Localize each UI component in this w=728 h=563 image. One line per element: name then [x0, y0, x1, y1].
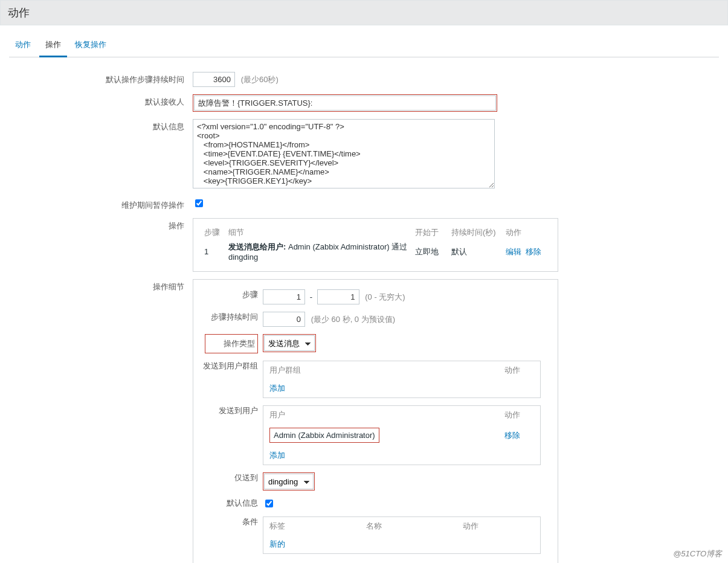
textarea-default-message[interactable]	[193, 119, 495, 188]
select-only-to[interactable]: dingding	[264, 474, 314, 489]
highlight-op-type-select: 发送消息	[263, 334, 316, 352]
th-group-action: 动作	[498, 361, 541, 380]
operations-list-box: 步骤 细节 开始于 持续时间(秒) 动作 1	[193, 218, 558, 272]
label-step-duration: 步骤持续时间	[211, 312, 258, 321]
op-detail-table: 步骤 - (0 - 无穷大)	[201, 286, 550, 563]
th-action: 动作	[502, 225, 550, 239]
th-cond-name: 名称	[360, 517, 457, 536]
tab-operations[interactable]: 操作	[39, 34, 67, 57]
th-start: 开始于	[411, 225, 448, 239]
th-cond-tag: 标签	[263, 517, 360, 536]
op-detail-prefix: 发送消息给用户:	[228, 242, 286, 251]
th-user: 用户	[263, 406, 498, 425]
page-title: 动作	[8, 7, 30, 19]
op-duration: 默认	[448, 239, 502, 264]
tab-recovery[interactable]: 恢复操作	[69, 34, 112, 56]
label-default-step-duration: 默认操作步骤持续时间	[106, 75, 184, 84]
page-heading: 动作	[0, 0, 728, 25]
user-add-link[interactable]: 添加	[269, 451, 285, 460]
label-detail-default-msg: 默认信息	[227, 498, 258, 507]
op-start: 立即地	[411, 239, 448, 264]
group-add-link[interactable]: 添加	[269, 384, 285, 393]
label-send-users: 发送到用户	[219, 406, 258, 415]
label-only-to: 仅送到	[234, 473, 258, 482]
label-send-groups: 发送到用户群组	[203, 361, 258, 370]
th-group: 用户群组	[263, 361, 498, 380]
input-default-recipient[interactable]	[194, 95, 496, 111]
input-step-to[interactable]	[317, 289, 359, 304]
th-cond-action: 动作	[457, 517, 541, 536]
highlight-only-to: dingding	[263, 472, 315, 491]
th-duration: 持续时间(秒)	[448, 225, 502, 239]
checkbox-detail-default-msg[interactable]	[265, 500, 273, 507]
op-edit-link[interactable]: 编辑	[506, 247, 521, 256]
th-details: 细节	[225, 225, 411, 239]
tab-action[interactable]: 动作	[9, 34, 37, 56]
checkbox-pause-maintenance[interactable]	[195, 199, 203, 207]
conditions-table: 标签 名称 动作 新的	[263, 516, 541, 554]
highlight-default-recipient	[193, 94, 497, 112]
hint-step: (0 - 无穷大)	[365, 292, 405, 301]
label-conditions: 条件	[242, 517, 258, 526]
op-step: 1	[201, 239, 225, 264]
th-user-action: 动作	[498, 406, 541, 425]
label-operations: 操作	[169, 221, 184, 230]
hint-default-step-duration: (最少60秒)	[241, 75, 279, 84]
operations-table: 步骤 细节 开始于 持续时间(秒) 动作 1	[201, 225, 550, 264]
input-step-duration[interactable]	[263, 312, 305, 327]
input-step-from[interactable]	[263, 289, 305, 304]
user-remove-link[interactable]: 移除	[504, 431, 520, 440]
tabs: 动作 操作 恢复操作	[9, 34, 719, 57]
highlight-user: Admin (Zabbix Administrator)	[269, 428, 379, 443]
op-remove-link[interactable]: 移除	[526, 247, 541, 256]
label-default-message: 默认信息	[153, 122, 184, 131]
cond-new-link[interactable]: 新的	[269, 539, 285, 549]
label-pause-maintenance: 维护期间暂停操作	[121, 201, 184, 210]
users-table: 用户 动作	[263, 405, 541, 465]
operation-row: 1 发送消息给用户: Admin (Zabbix Administrator) …	[201, 239, 550, 264]
label-step: 步骤	[242, 290, 258, 299]
user-name: Admin (Zabbix Administrator)	[274, 431, 375, 440]
content-area: 动作 操作 恢复操作 默认操作步骤持续时间 (最少60秒) 默认接收人	[0, 25, 728, 563]
th-steps: 步骤	[201, 225, 225, 239]
user-row: Admin (Zabbix Administrator) 移除	[263, 424, 541, 446]
label-default-recipient: 默认接收人	[145, 97, 184, 106]
highlight-op-type-label: 操作类型	[205, 334, 258, 353]
op-detail-box: 步骤 - (0 - 无穷大)	[193, 279, 558, 563]
label-op-type: 操作类型	[224, 339, 255, 348]
watermark: @51CTO博客	[673, 549, 722, 559]
dash: -	[310, 292, 312, 301]
select-op-type[interactable]: 发送消息	[264, 335, 315, 351]
input-default-step-duration[interactable]	[193, 72, 235, 87]
op-detail: 发送消息给用户: Admin (Zabbix Administrator) 通过…	[225, 239, 411, 264]
groups-table: 用户群组 动作 添加	[263, 361, 541, 398]
label-op-detail: 操作细节	[153, 282, 184, 291]
hint-step-duration: (最少 60 秒, 0 为预设值)	[311, 315, 395, 324]
operations-form: 默认操作步骤持续时间 (最少60秒) 默认接收人 默认信息	[9, 68, 561, 563]
